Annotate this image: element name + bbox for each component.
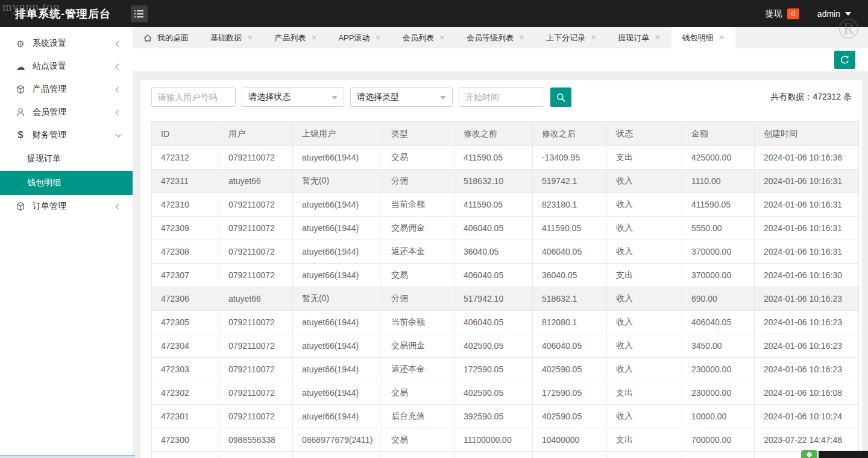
close-icon[interactable]: ✕ [655,34,660,42]
cell-amount: 370000.00 [682,264,755,287]
cell-before: 406040.05 [454,217,533,240]
member-icon [14,107,27,117]
chevron-left-icon [116,109,122,115]
filter-row: 请选择状态 请选择类型 [151,87,859,107]
refresh-button[interactable] [834,51,855,69]
tab-member-list[interactable]: 会员列表✕ [392,27,456,48]
tab-label: 会员列表 [403,33,434,43]
sidebar-toggle-button[interactable] [131,5,148,22]
green-app-icon [801,450,817,458]
cell-created-at: 2024-01-06 10:16:31 [755,170,859,193]
cell-status: 收入 [607,405,682,428]
sidebar-item-system-settings[interactable]: ⚙系统设置 [0,32,133,55]
total-count-value: 472312 [813,92,841,101]
chevron-left-icon [116,203,122,209]
withdraw-link[interactable]: 提现 [766,8,782,19]
sidebar-item-order-management[interactable]: 订单管理 [0,195,133,218]
type-select[interactable]: 请选择类型 [350,87,453,107]
order-icon [14,202,27,211]
tab-label: 提现订单 [618,33,649,43]
cell-type: 分佣 [382,170,454,193]
close-icon[interactable]: ✕ [719,34,725,42]
tab-basic-data[interactable]: 基础数据✕ [200,27,263,48]
tab-product-list[interactable]: 产品列表✕ [263,27,327,48]
cell-before: 406040.05 [454,311,533,334]
sidebar-subitem-label: 钱包明细 [27,177,61,188]
cell-after: 402590.05 [533,358,607,381]
chevron-left-icon [116,63,122,69]
table-row: 472306atuyet66暂无(0)分佣517942.10518632.1收入… [152,287,859,311]
close-icon[interactable]: ✕ [247,34,253,42]
table-row: 4723040792110072atuyet66(1944)交易佣金402590… [152,334,859,358]
cell-status: 收入 [607,193,682,217]
tab-my-desktop[interactable]: 我的桌面 [133,27,200,48]
tab-label: 产品列表 [274,33,306,43]
close-icon[interactable]: ✕ [591,34,596,42]
status-select[interactable]: 请选择状态 [242,87,344,107]
tab-wallet-detail[interactable]: 钱包明细✕ [671,27,735,48]
tab-member-level-list[interactable]: 会员等级列表✕ [456,27,535,48]
table-row: 4723070792110072atuyet66(1944)交易406040.0… [152,264,859,287]
cell-after: 10400000 [533,428,607,452]
user-number-input[interactable] [151,87,236,107]
cell-type: 交易 [382,381,454,405]
cell-amount: 3450.00 [682,334,755,358]
tab-label: APP滚动 [338,33,370,43]
start-date-input[interactable] [459,87,544,107]
sidebar-item-site-settings[interactable]: ☁站点设置 [0,55,133,78]
cell-id: 472307 [152,264,219,287]
cell-type: 当前余额 [382,311,454,334]
cell-before: 402590.05 [454,334,533,358]
cell-parent-user: 暂无(0) [293,170,382,193]
wallet-table: ID用户上级用户类型修改之前修改之后状态金额创建时间 4723120792110… [151,121,859,458]
search-button[interactable] [550,87,571,107]
table-row: 4723100792110072atuyet66(1944)当前余额411590… [152,193,859,217]
close-icon[interactable]: ✕ [439,34,445,42]
cell-amount: 411590.05 [682,193,755,217]
cell-id: 472303 [152,358,219,381]
table-row-partial [152,452,859,458]
tab-app-scroll[interactable]: APP滚动✕ [327,27,391,48]
cell-status: 收入 [607,240,682,264]
tab-updown-records[interactable]: 上下分记录✕ [535,27,607,48]
cell-before: 411590.05 [454,193,533,217]
cell-id: 472300 [152,428,219,452]
sidebar-item-finance-management[interactable]: $财务管理 [0,124,133,147]
withdraw-count-badge[interactable]: 0 [787,8,799,19]
close-icon[interactable]: ✕ [519,34,524,42]
admin-dropdown[interactable]: admin [817,8,851,19]
cell-parent-user: 0868977679(2411) [293,428,382,452]
content-area: 我的桌面基础数据✕产品列表✕APP滚动✕会员列表✕会员等级列表✕上下分记录✕提现… [133,27,868,458]
col-before: 修改之前 [454,122,533,146]
cell-amount: 5550.00 [682,217,755,240]
col-user: 用户 [219,122,293,146]
tab-label: 上下分记录 [546,33,585,43]
cell-user: 0792110072 [219,381,293,405]
close-icon[interactable]: ✕ [375,34,380,42]
cell-created-at: 2024-01-06 10:16:23 [755,287,859,311]
sidebar-subitem-withdraw-orders[interactable]: 提现订单 [0,147,133,171]
close-icon[interactable]: ✕ [311,34,316,42]
cell-before: 518632.10 [454,170,533,193]
cell-status: 收入 [607,358,682,381]
cell-status: 支出 [607,146,682,170]
sidebar-item-member-management[interactable]: 会员管理 [0,101,133,124]
cell-type: 返还本金 [382,358,454,381]
tab-withdraw-orders[interactable]: 提现订单✕ [607,27,671,48]
table-header-row: ID用户上级用户类型修改之前修改之后状态金额创建时间 [152,122,859,146]
cell-user: 0792110072 [219,240,293,264]
cell-id: 472309 [152,217,219,240]
sidebar-subitem-wallet-detail[interactable]: 钱包明细 [0,171,133,195]
cell-after: 406040.05 [533,240,607,264]
cell-status: 支出 [607,264,682,287]
product-icon [14,84,27,94]
cell-amount: 1110.00 [682,170,755,193]
cell-amount: 370000.00 [682,240,755,264]
cell-id: 472302 [152,381,219,405]
sidebar-item-product-management[interactable]: 产品管理 [0,78,133,101]
cell-created-at: 2024-01-06 10:16:23 [755,358,859,381]
dark-overlay-box [819,451,868,458]
partial-overlay-bottom-left [0,455,135,458]
cell-parent-user: atuyet66(1944) [293,405,382,428]
notification-overlay [801,450,868,458]
